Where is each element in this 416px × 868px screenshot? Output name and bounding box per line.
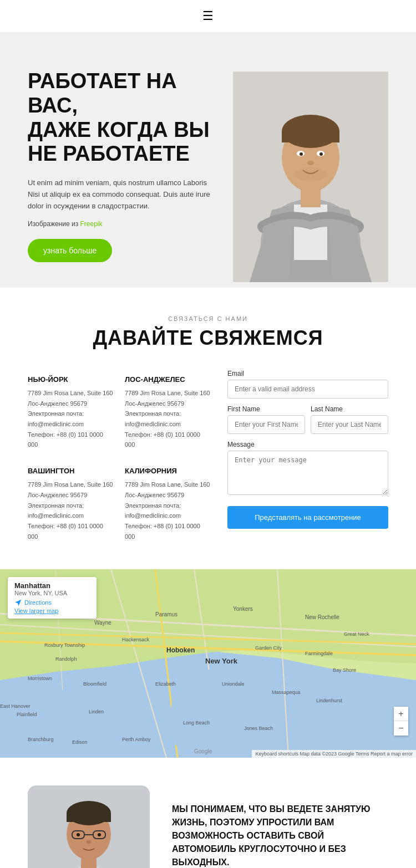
address-los-angeles: ЛОС-АНДЖЕЛЕС 7789 Jim Rosa Lane, Suite 1…: [125, 370, 211, 456]
submit-button[interactable]: Представлять на рассмотрение: [227, 506, 388, 529]
map-inner: Wayne Paramus Yonkers New Rochelle Great…: [0, 569, 416, 758]
svg-rect-10: [282, 131, 339, 142]
svg-text:Linden: Linden: [89, 709, 104, 714]
address-text-washington: 7789 Jim Rosa Lane, Suite 160 Лос-Анджел…: [28, 479, 114, 542]
svg-text:East Hanover: East Hanover: [0, 703, 31, 709]
svg-point-72: [77, 833, 80, 836]
svg-text:Plainfield: Plainfield: [17, 712, 37, 717]
svg-text:Branchburg: Branchburg: [28, 737, 54, 742]
address-text-california: 7789 Jim Rosa Lane, Suite 160 Лос-Анджел…: [125, 479, 211, 542]
svg-text:Roxbury Township: Roxbury Township: [44, 642, 85, 648]
freepik-link[interactable]: Freepik: [80, 220, 102, 228]
bottom-title: МЫ ПОНИМАЕМ, ЧТО ВЫ ВЕДЕТЕ ЗАНЯТУЮ ЖИЗНЬ…: [172, 803, 388, 868]
bottom-content: МЫ ПОНИМАЕМ, ЧТО ВЫ ВЕДЕТЕ ЗАНЯТУЮ ЖИЗНЬ…: [172, 803, 388, 868]
lastname-input[interactable]: [311, 415, 388, 434]
contact-label: СВЯЗАТЬСЯ С НАМИ: [28, 315, 388, 322]
address-text-los-angeles: 7789 Jim Rosa Lane, Suite 160 Лос-Анджел…: [125, 388, 211, 450]
firstname-input[interactable]: [227, 415, 305, 434]
city-california: КАЛИФОРНИЯ: [125, 467, 211, 475]
contact-addresses: НЬЮ-ЙОРК 7789 Jim Rosa Lane, Suite 160 Л…: [28, 370, 211, 547]
bottom-person-image: [28, 785, 150, 868]
contact-grid: НЬЮ-ЙОРК 7789 Jim Rosa Lane, Suite 160 Л…: [28, 370, 388, 547]
hamburger-icon[interactable]: ☰: [202, 9, 214, 23]
email-label: Email: [227, 370, 388, 377]
contact-section: СВЯЗАТЬСЯ С НАМИ ДАВАЙТЕ СВЯЖЕМСЯ НЬЮ-ЙО…: [0, 288, 416, 569]
lastname-label: Last Name: [311, 405, 388, 413]
svg-point-74: [86, 840, 92, 844]
hero-image-credit: Изображение из Freepik: [28, 220, 216, 228]
map-location-sub: New York, NY, USA: [14, 590, 90, 596]
city-washington: ВАШИНГТОН: [28, 467, 114, 475]
bottom-section: МЫ ПОНИМАЕМ, ЧТО ВЫ ВЕДЕТЕ ЗАНЯТУЮ ЖИЗНЬ…: [0, 758, 416, 868]
map-info-box: Manhattan New York, NY, USA Directions V…: [8, 577, 97, 619]
header: ☰: [0, 0, 416, 33]
svg-text:Garden City: Garden City: [255, 645, 282, 651]
firstname-group: First Name: [227, 405, 305, 434]
email-group: Email: [227, 370, 388, 399]
address-text-new-york: 7789 Jim Rosa Lane, Suite 160 Лос-Анджел…: [28, 388, 114, 450]
svg-point-15: [307, 161, 314, 165]
svg-text:Uniondale: Uniondale: [222, 681, 245, 687]
svg-text:Randolph: Randolph: [55, 656, 77, 662]
bottom-image: [28, 785, 150, 868]
svg-text:Perth Amboy: Perth Amboy: [122, 737, 151, 742]
message-input[interactable]: [227, 451, 388, 495]
hero-section: РАБОТАЕТ НА ВАС,ДАЖЕ КОГДА ВЫНЕ РАБОТАЕТ…: [0, 33, 416, 288]
firstname-label: First Name: [227, 405, 305, 413]
svg-text:Wayne: Wayne: [94, 620, 111, 626]
hero-person-image: [233, 72, 388, 282]
svg-rect-68: [67, 813, 111, 822]
svg-text:New Rochelle: New Rochelle: [305, 614, 339, 620]
svg-text:Elizabeth: Elizabeth: [155, 681, 176, 687]
svg-text:Farmingdale: Farmingdale: [305, 651, 333, 656]
svg-text:Morristown: Morristown: [28, 676, 52, 681]
svg-point-14: [319, 152, 323, 156]
svg-text:Great Neck: Great Neck: [344, 631, 369, 637]
address-california: КАЛИФОРНИЯ 7789 Jim Rosa Lane, Suite 160…: [125, 461, 211, 547]
message-group: Message: [227, 441, 388, 497]
view-larger-map-link[interactable]: View larger map: [14, 607, 90, 614]
bottom-image-inner: [28, 785, 150, 868]
svg-text:Bloomfield: Bloomfield: [83, 681, 106, 687]
svg-point-73: [98, 833, 101, 836]
email-input[interactable]: [227, 380, 388, 399]
message-label: Message: [227, 441, 388, 448]
svg-text:Bay Shore: Bay Shore: [333, 667, 356, 673]
svg-text:Hackensack: Hackensack: [122, 637, 150, 642]
map-section: Wayne Paramus Yonkers New Rochelle Great…: [0, 569, 416, 758]
city-new-york: НЬЮ-ЙОРК: [28, 375, 114, 384]
address-new-york: НЬЮ-ЙОРК 7789 Jim Rosa Lane, Suite 160 Л…: [28, 370, 114, 456]
svg-text:Lindenhurst: Lindenhurst: [316, 698, 343, 703]
svg-text:Google: Google: [194, 748, 212, 754]
svg-text:Jones Beach: Jones Beach: [244, 726, 273, 731]
svg-text:New York: New York: [205, 657, 238, 665]
svg-text:Paramus: Paramus: [155, 611, 177, 617]
learn-more-button[interactable]: узнать больше: [28, 239, 112, 262]
map-footer: Keyboard shortcuts Map data ©2023 Google…: [252, 750, 416, 758]
hero-title: РАБОТАЕТ НА ВАС,ДАЖЕ КОГДА ВЫНЕ РАБОТАЕТ…: [28, 69, 216, 166]
map-zoom-controls: + −: [394, 707, 408, 736]
svg-text:Hoboken: Hoboken: [166, 646, 195, 654]
contact-form: Email First Name Last Name Message Предс…: [227, 370, 388, 547]
map-location-name: Manhattan: [14, 581, 90, 590]
svg-point-16: [294, 167, 327, 181]
name-row: First Name Last Name: [227, 405, 388, 441]
hero-text: РАБОТАЕТ НА ВАС,ДАЖЕ КОГДА ВЫНЕ РАБОТАЕТ…: [28, 69, 233, 284]
zoom-out-button[interactable]: −: [394, 721, 408, 736]
zoom-in-button[interactable]: +: [394, 707, 408, 721]
map-directions-link[interactable]: Directions: [14, 599, 90, 606]
svg-text:Massapequa: Massapequa: [272, 690, 301, 695]
svg-text:Yonkers: Yonkers: [233, 606, 253, 612]
lastname-group: Last Name: [311, 405, 388, 434]
contact-title: ДАВАЙТЕ СВЯЖЕМСЯ: [28, 326, 388, 350]
hero-image: [233, 72, 388, 282]
svg-point-13: [300, 152, 303, 156]
hero-description: Ut enim ad minim veniam, quis nostrum ul…: [28, 177, 216, 212]
city-los-angeles: ЛОС-АНДЖЕЛЕС: [125, 375, 211, 384]
address-washington: ВАШИНГТОН 7789 Jim Rosa Lane, Suite 160 …: [28, 461, 114, 547]
svg-text:Edison: Edison: [72, 739, 88, 745]
svg-text:Long Beach: Long Beach: [183, 720, 210, 726]
